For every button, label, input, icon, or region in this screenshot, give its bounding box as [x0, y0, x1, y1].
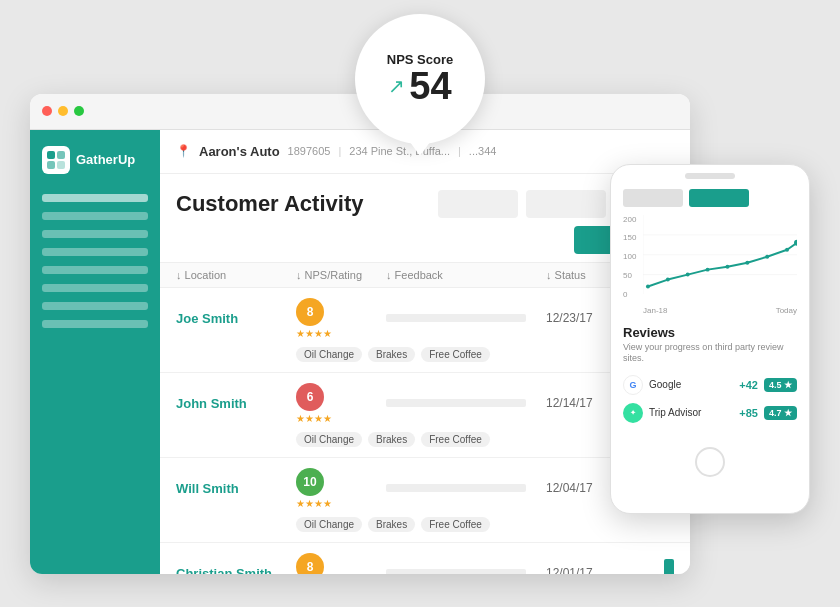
- logo-text: GatherUp: [76, 152, 135, 167]
- nps-column: 10 ★★★★: [296, 468, 386, 509]
- y-label: 0: [623, 290, 636, 299]
- maximize-button-dot[interactable]: [74, 106, 84, 116]
- tag[interactable]: Free Coffee: [421, 347, 490, 362]
- sidebar-menu-item[interactable]: [42, 248, 148, 256]
- feedback-bar: [386, 484, 526, 492]
- tag[interactable]: Brakes: [368, 347, 415, 362]
- svg-rect-1: [57, 151, 65, 159]
- mobile-panel: 200 150 100 50 0: [610, 164, 810, 514]
- customer-name[interactable]: Joe Smith: [176, 311, 296, 326]
- row-action-dot[interactable]: [664, 559, 674, 574]
- breadcrumb-extra: ...344: [469, 145, 497, 157]
- app-layout: GatherUp 📍 Aaron's Auto 1897605 |: [30, 130, 690, 574]
- sidebar-menu-item[interactable]: [42, 266, 148, 274]
- location-icon: 📍: [176, 144, 191, 158]
- chart-svg: [643, 215, 797, 294]
- mobile-filter-2[interactable]: [689, 189, 749, 207]
- nps-column: 6 ★★★★: [296, 383, 386, 424]
- svg-rect-0: [47, 151, 55, 159]
- tripadvisor-logo-icon: ✦: [623, 403, 643, 423]
- minimize-button-dot[interactable]: [58, 106, 68, 116]
- y-label: 100: [623, 252, 636, 261]
- tag[interactable]: Brakes: [368, 432, 415, 447]
- svg-point-9: [646, 284, 650, 288]
- page-title: Customer Activity: [176, 191, 363, 217]
- sidebar-logo: GatherUp: [42, 146, 148, 174]
- stars-rating: ★★★★: [296, 328, 386, 339]
- nps-bubble: NPS Score ↗ 54: [355, 14, 485, 144]
- tag[interactable]: Oil Change: [296, 432, 362, 447]
- breadcrumb-address: 234 Pine St., Buffa...: [349, 145, 450, 157]
- more-column: [646, 559, 674, 574]
- svg-point-10: [666, 277, 670, 281]
- stars-rating: ★★★★: [296, 498, 386, 509]
- chart-x-labels: Jan-18 Today: [643, 306, 797, 315]
- y-label: 50: [623, 271, 636, 280]
- nps-trend-icon: ↗: [388, 74, 405, 98]
- col-header-location: ↓ Location: [176, 269, 296, 281]
- browser-window: GatherUp 📍 Aaron's Auto 1897605 |: [30, 94, 690, 574]
- tag[interactable]: Oil Change: [296, 347, 362, 362]
- sidebar-menu-item[interactable]: [42, 302, 148, 310]
- sidebar-menu-item[interactable]: [42, 284, 148, 292]
- tag[interactable]: Oil Change: [296, 517, 362, 532]
- row-tags: Oil Change Brakes Free Coffee: [160, 513, 690, 542]
- feedback-column: [386, 484, 546, 492]
- review-name-google: Google: [649, 379, 733, 390]
- reviews-title: Reviews: [623, 325, 797, 340]
- reviews-subtitle: View your progress on third party review…: [623, 342, 797, 365]
- y-label: 200: [623, 215, 636, 224]
- tag[interactable]: Brakes: [368, 517, 415, 532]
- close-button-dot[interactable]: [42, 106, 52, 116]
- sidebar: GatherUp: [30, 130, 160, 574]
- customer-name[interactable]: John Smith: [176, 396, 296, 411]
- sidebar-menu-item[interactable]: [42, 212, 148, 220]
- svg-point-12: [706, 267, 710, 271]
- svg-point-13: [725, 264, 729, 268]
- review-rating-ta: 4.7 ★: [764, 406, 797, 420]
- sidebar-menu-item[interactable]: [42, 194, 148, 202]
- feedback-bar: [386, 314, 526, 322]
- x-label-start: Jan-18: [643, 306, 667, 315]
- svg-point-16: [785, 247, 789, 251]
- y-label: 150: [623, 233, 636, 242]
- nps-badge: 6: [296, 383, 324, 411]
- svg-point-11: [686, 272, 690, 276]
- col-header-feedback: ↓ Feedback: [386, 269, 546, 281]
- mobile-filter-1[interactable]: [623, 189, 683, 207]
- svg-rect-3: [57, 161, 65, 169]
- col-header-nps: ↓ NPS/Rating: [296, 269, 386, 281]
- review-rating-google: 4.5 ★: [764, 378, 797, 392]
- tag[interactable]: Free Coffee: [421, 517, 490, 532]
- feedback-bar: [386, 569, 526, 574]
- nps-score: 54: [409, 67, 451, 105]
- nps-badge: 8: [296, 298, 324, 326]
- mobile-inner: 200 150 100 50 0: [611, 179, 809, 441]
- status-column: 12/01/17: [546, 566, 646, 574]
- logo-icon: [42, 146, 70, 174]
- customer-name[interactable]: Christian Smith: [176, 566, 296, 574]
- filter-pill-1[interactable]: [438, 190, 518, 218]
- review-name-ta: Trip Advisor: [649, 407, 733, 418]
- tag[interactable]: Free Coffee: [421, 432, 490, 447]
- nps-column: 8 ★★★★: [296, 553, 386, 574]
- nps-badge: 8: [296, 553, 324, 574]
- feedback-column: [386, 314, 546, 322]
- review-count-google: +42: [739, 379, 758, 391]
- sidebar-menu-item[interactable]: [42, 320, 148, 328]
- x-label-end: Today: [776, 306, 797, 315]
- review-row-tripadvisor: ✦ Trip Advisor +85 4.7 ★: [623, 403, 797, 423]
- svg-point-14: [745, 260, 749, 264]
- business-name: Aaron's Auto: [199, 144, 280, 159]
- chart-y-labels: 200 150 100 50 0: [623, 215, 636, 299]
- feedback-column: [386, 569, 546, 574]
- customer-name[interactable]: Will Smith: [176, 481, 296, 496]
- nps-column: 8 ★★★★: [296, 298, 386, 339]
- svg-rect-2: [47, 161, 55, 169]
- filter-pill-2[interactable]: [526, 190, 606, 218]
- mobile-home-button[interactable]: [695, 447, 725, 477]
- feedback-bar: [386, 399, 526, 407]
- svg-point-15: [765, 254, 769, 258]
- sidebar-menu-item[interactable]: [42, 230, 148, 238]
- table-row: Christian Smith 8 ★★★★ 12/01/17: [160, 543, 690, 574]
